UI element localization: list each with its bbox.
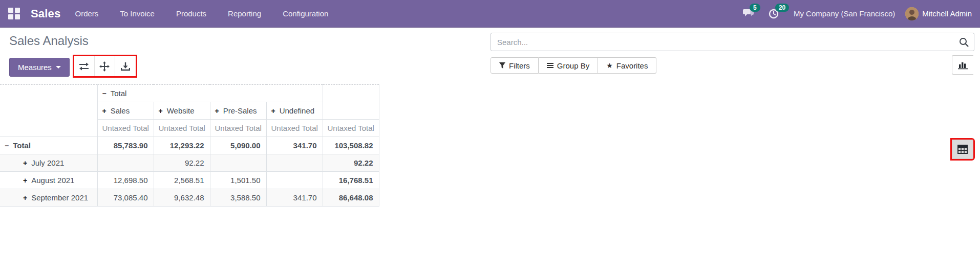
- measure-header[interactable]: Untaxed Total: [97, 120, 154, 137]
- activities-count-badge: 20: [775, 4, 789, 12]
- col-header-undefined[interactable]: +Undefined: [266, 102, 323, 120]
- table-row-total: −Total 85,783.90 12,293.22 5,090.00 341.…: [0, 137, 379, 154]
- group-by-button[interactable]: Group By: [539, 57, 598, 74]
- expand-icon[interactable]: +: [23, 159, 27, 167]
- menu-reporting[interactable]: Reporting: [228, 1, 261, 27]
- search-input[interactable]: [491, 38, 953, 47]
- cell: [97, 154, 154, 172]
- user-name: Mitchell Admin: [922, 9, 972, 18]
- highlight-box-pivot-tools: [73, 55, 137, 78]
- col-header-label: Sales: [111, 106, 130, 115]
- cell: [266, 154, 323, 172]
- apps-menu-button[interactable]: [0, 0, 28, 28]
- funnel-icon: [499, 62, 505, 69]
- menu-orders[interactable]: Orders: [75, 1, 99, 27]
- cell-grand-total: 86,648.08: [323, 189, 379, 207]
- cell: 85,783.90: [97, 137, 154, 154]
- menu-to-invoice[interactable]: To Invoice: [120, 1, 155, 27]
- pivot-table: −Total +Sales +Website +Pre-Sales +Undef…: [0, 84, 379, 207]
- search-options: Filters Group By ★ Favorites: [491, 57, 656, 74]
- pivot-grid-icon: [957, 145, 968, 154]
- expand-icon[interactable]: +: [23, 176, 27, 185]
- messages-button[interactable]: 5: [742, 7, 758, 20]
- favorites-label: Favorites: [616, 61, 648, 70]
- cell-grand-total: 16,768.51: [323, 172, 379, 189]
- cell: [210, 154, 266, 172]
- col-header-label: Undefined: [280, 106, 314, 115]
- menu-products[interactable]: Products: [176, 1, 206, 27]
- flip-axis-icon: [78, 62, 90, 71]
- row-label: September 2021: [31, 193, 88, 202]
- row-label: Total: [13, 141, 31, 150]
- main-menu: Orders To Invoice Products Reporting Con…: [75, 1, 329, 27]
- expand-icon[interactable]: +: [271, 107, 275, 115]
- magnifier-icon: [959, 37, 969, 47]
- group-by-label: Group By: [557, 61, 589, 70]
- table-row-august-2021: +August 2021 12,698.50 2,568.51 1,501.50…: [0, 172, 379, 189]
- expand-icon[interactable]: +: [23, 194, 27, 202]
- download-icon: [121, 62, 130, 71]
- row-header-august-2021[interactable]: +August 2021: [0, 172, 97, 189]
- col-group-label: Total: [111, 89, 127, 98]
- app-brand[interactable]: Sales: [31, 7, 61, 20]
- cell: 341.70: [266, 189, 323, 207]
- top-navbar: Sales Orders To Invoice Products Reporti…: [0, 0, 980, 28]
- messages-count-badge: 5: [750, 4, 760, 12]
- user-menu[interactable]: Mitchell Admin: [905, 7, 972, 20]
- expand-icon[interactable]: +: [159, 107, 163, 115]
- cell: 3,588.50: [210, 189, 266, 207]
- col-header-website[interactable]: +Website: [154, 102, 210, 120]
- pivot-corner-cell: [0, 85, 97, 137]
- filters-button[interactable]: Filters: [491, 57, 539, 74]
- measure-header[interactable]: Untaxed Total: [323, 120, 379, 137]
- col-header-pre-sales[interactable]: +Pre-Sales: [210, 102, 266, 120]
- star-icon: ★: [606, 61, 613, 70]
- expand-icon: [99, 61, 110, 72]
- cell: 12,293.22: [154, 137, 210, 154]
- grand-total-header-cell: [323, 85, 379, 120]
- view-switcher: [952, 55, 973, 75]
- apps-grid-icon: [8, 8, 20, 19]
- cell: 2,568.51: [154, 172, 210, 189]
- search-bar: [491, 33, 974, 51]
- measures-button[interactable]: Measures: [9, 58, 70, 77]
- cell: [266, 172, 323, 189]
- graph-view-button[interactable]: [952, 55, 973, 75]
- measure-header[interactable]: Untaxed Total: [210, 120, 266, 137]
- collapse-icon[interactable]: −: [5, 142, 9, 150]
- menu-configuration[interactable]: Configuration: [283, 1, 328, 27]
- list-icon: [547, 62, 553, 69]
- row-header-july-2021[interactable]: +July 2021: [0, 154, 97, 172]
- col-group-header-total[interactable]: −Total: [97, 85, 323, 102]
- cell: 92.22: [154, 154, 210, 172]
- expand-icon[interactable]: +: [215, 107, 219, 115]
- cell-grand-total: 92.22: [323, 154, 379, 172]
- chevron-down-icon: [56, 66, 61, 69]
- expand-all-button[interactable]: [95, 56, 115, 76]
- cell: 1,501.50: [210, 172, 266, 189]
- company-switcher[interactable]: My Company (San Francisco): [794, 9, 895, 18]
- page-title: Sales Analysis: [9, 34, 89, 48]
- pivot-view-button-highlighted[interactable]: [952, 140, 973, 159]
- table-row-september-2021: +September 2021 73,085.40 9,632.48 3,588…: [0, 189, 379, 207]
- row-header-september-2021[interactable]: +September 2021: [0, 189, 97, 207]
- measure-header[interactable]: Untaxed Total: [266, 120, 323, 137]
- row-header-total[interactable]: −Total: [0, 137, 97, 154]
- cell: 73,085.40: [97, 189, 154, 207]
- measure-header[interactable]: Untaxed Total: [154, 120, 210, 137]
- cell: 9,632.48: [154, 189, 210, 207]
- cell: 341.70: [266, 137, 323, 154]
- expand-icon[interactable]: +: [102, 107, 106, 115]
- flip-axis-button[interactable]: [74, 56, 95, 76]
- collapse-icon[interactable]: −: [102, 89, 106, 98]
- favorites-button[interactable]: ★ Favorites: [598, 57, 656, 74]
- filters-label: Filters: [509, 61, 530, 70]
- activities-button[interactable]: 20: [768, 7, 783, 20]
- col-header-sales[interactable]: +Sales: [97, 102, 154, 120]
- col-header-label: Pre-Sales: [223, 106, 257, 115]
- cell: 12,698.50: [97, 172, 154, 189]
- search-submit-button[interactable]: [953, 37, 974, 47]
- table-row-july-2021: +July 2021 92.22 92.22: [0, 154, 379, 172]
- download-xlsx-button[interactable]: [115, 56, 136, 76]
- cell-grand-total: 103,508.82: [323, 137, 379, 154]
